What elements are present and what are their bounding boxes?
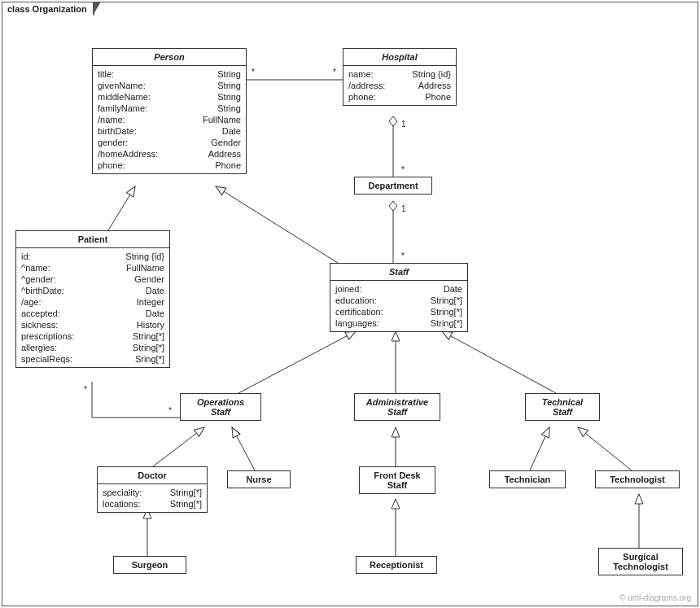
class-ops-staff-title: Operations Staff: [181, 394, 260, 420]
mult-person-hosp-l: *: [252, 68, 255, 77]
class-admin-staff: Administrative Staff: [354, 393, 440, 421]
attr-row: specialReqs:Sring[*]: [21, 353, 164, 365]
svg-line-4: [216, 186, 338, 263]
attr-row: certification:String[*]: [335, 306, 462, 317]
mult-dept-staff-1: 1: [401, 204, 406, 213]
svg-line-12: [578, 427, 632, 470]
svg-line-3: [108, 186, 135, 230]
frame-title-text: class Organization: [7, 4, 87, 14]
svg-line-9: [232, 427, 255, 470]
class-tech-staff-title: Technical Staff: [526, 394, 599, 420]
attr-row: phone:Phone: [98, 160, 241, 171]
svg-line-11: [530, 427, 549, 470]
svg-line-5: [238, 331, 356, 393]
mult-pat-ops-p: *: [84, 385, 87, 394]
class-doctor-title: Doctor: [98, 467, 207, 484]
attr-row: title:String: [98, 68, 241, 80]
class-hospital: Hospital name:String {id}/address:Addres…: [343, 48, 457, 106]
class-nurse: Nurse: [227, 470, 291, 488]
class-person: Person title:StringgivenName:Stringmiddl…: [92, 48, 247, 174]
attr-row: ^birthDate:Date: [21, 285, 164, 296]
attr-row: /age:Integer: [21, 296, 164, 308]
class-hospital-title: Hospital: [343, 49, 456, 66]
class-patient: Patient id:String {id}^name:FullName^gen…: [15, 230, 170, 368]
class-front-desk-title: Front Desk Staff: [360, 467, 435, 493]
class-front-desk: Front Desk Staff: [359, 466, 435, 494]
attr-row: locations:String[*]: [103, 498, 202, 510]
attr-row: phone:Phone: [348, 91, 451, 103]
class-technician: Technician: [489, 470, 566, 488]
mult-person-hosp-r: *: [333, 68, 336, 77]
attr-row: education:String[*]: [335, 295, 462, 306]
class-department: Department: [354, 177, 432, 195]
class-staff-title: Staff: [330, 264, 467, 281]
class-doctor-attrs: speciality:String[*]locations:String[*]: [98, 484, 207, 512]
attr-row: /name:FullName: [98, 114, 241, 125]
attr-row: sickness:History: [21, 319, 164, 330]
attr-row: gender:Gender: [98, 137, 241, 148]
class-patient-title: Patient: [16, 231, 169, 248]
mult-pat-ops-o: *: [168, 406, 172, 415]
class-technologist-title: Technologist: [596, 471, 679, 488]
mult-hosp-dept-1: 1: [401, 120, 406, 129]
attr-row: id:String {id}: [21, 251, 164, 262]
attr-row: ^gender:Gender: [21, 273, 164, 285]
attr-row: allergies:String[*]: [21, 342, 164, 353]
class-receptionist: Receptionist: [356, 556, 437, 574]
attr-row: ^name:FullName: [21, 262, 164, 273]
attr-row: languages:String[*]: [335, 317, 462, 329]
class-surg-tech: Surgical Technologist: [598, 548, 683, 575]
class-technologist: Technologist: [595, 470, 680, 488]
class-hospital-attrs: name:String {id}/address:Addressphone:Ph…: [343, 66, 456, 105]
class-patient-attrs: id:String {id}^name:FullName^gender:Gend…: [16, 248, 169, 367]
class-staff-attrs: joined:Dateeducation:String[*]certificat…: [330, 281, 467, 331]
svg-line-8: [153, 427, 204, 466]
attr-row: joined:Date: [335, 283, 462, 295]
class-admin-staff-title: Administrative Staff: [355, 394, 440, 420]
class-surgeon: Surgeon: [113, 556, 186, 574]
attr-row: /homeAddress:Address: [98, 148, 241, 160]
uml-frame: class Organization: [2, 2, 698, 606]
class-person-attrs: title:StringgivenName:StringmiddleName:S…: [93, 66, 246, 173]
attr-row: speciality:String[*]: [103, 487, 202, 498]
class-technician-title: Technician: [490, 471, 565, 488]
attr-row: givenName:String: [98, 80, 241, 91]
frame-title: class Organization: [2, 2, 94, 15]
class-surg-tech-title: Surgical Technologist: [599, 549, 682, 575]
class-receptionist-title: Receptionist: [357, 557, 436, 573]
mult-dept-staff-s: *: [401, 252, 405, 260]
attr-row: accepted:Date: [21, 308, 164, 319]
attr-row: familyName:String: [98, 103, 241, 114]
class-staff: Staff joined:Dateeducation:String[*]cert…: [330, 263, 468, 332]
mult-hosp-dept-s: *: [401, 165, 405, 174]
class-surgeon-title: Surgeon: [114, 557, 186, 573]
attr-row: name:String {id}: [348, 68, 451, 80]
class-ops-staff: Operations Staff: [180, 393, 261, 421]
attr-row: prescriptions:String[*]: [21, 330, 164, 342]
class-department-title: Department: [355, 177, 431, 194]
credit-text: © uml-diagrams.org: [619, 593, 691, 602]
class-doctor: Doctor speciality:String[*]locations:Str…: [97, 466, 208, 513]
class-tech-staff: Technical Staff: [525, 393, 600, 421]
svg-line-7: [442, 331, 556, 393]
class-person-title: Person: [93, 49, 246, 66]
attr-row: /address:Address: [348, 80, 451, 91]
attr-row: middleName:String: [98, 91, 241, 103]
attr-row: birthDate:Date: [98, 125, 241, 137]
class-nurse-title: Nurse: [228, 471, 290, 488]
